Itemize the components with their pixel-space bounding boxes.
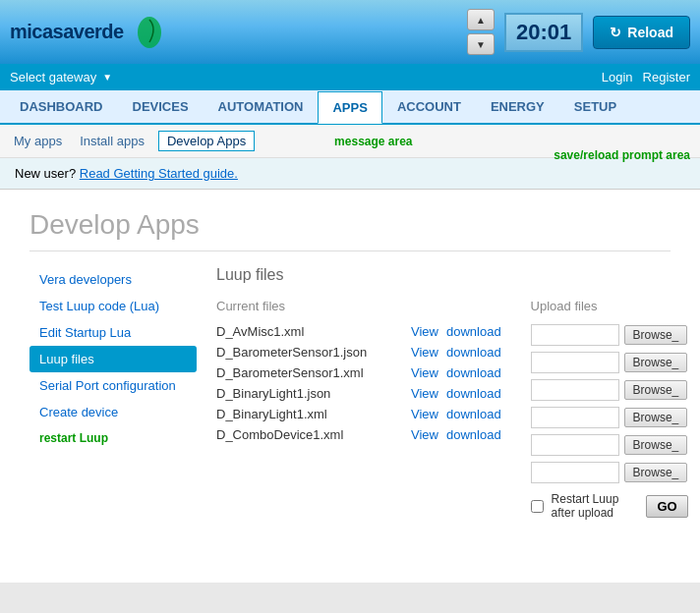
subnav-install-apps[interactable]: Install apps xyxy=(76,132,148,150)
main-content: Develop Apps Vera developers Test Luup c… xyxy=(0,190,700,583)
sub-nav: My apps Install apps Develop Apps messag… xyxy=(0,125,700,158)
sidebar-vera-developers[interactable]: Vera developers xyxy=(29,266,197,293)
nav-setup[interactable]: SETUP xyxy=(559,90,631,123)
info-bar: New user? Read Getting Started guide. xyxy=(0,158,700,190)
upload-row-4: Browse_ xyxy=(531,431,688,459)
logo-area: micasaverde xyxy=(10,15,167,50)
save-reload-area-label: save/reload prompt area xyxy=(554,148,690,162)
upload-input-4[interactable] xyxy=(531,434,619,456)
header: micasaverde ▲ ▼ 20:01 ↻ Reload xyxy=(0,0,700,64)
message-area-label: message area xyxy=(334,135,412,148)
browse-button-4[interactable]: Browse_ xyxy=(624,435,688,455)
browse-button-5[interactable]: Browse_ xyxy=(624,463,688,482)
browse-button-0[interactable]: Browse_ xyxy=(624,325,688,345)
subnav-develop-apps[interactable]: Develop Apps xyxy=(158,131,255,151)
table-row: D_BarometerSensor1.json View download xyxy=(216,342,501,362)
nav-devices[interactable]: DEVICES xyxy=(118,90,204,123)
subnav-my-apps[interactable]: My apps xyxy=(10,132,66,150)
dev-sidebar: Vera developers Test Luup code (Lua) Edi… xyxy=(29,266,197,520)
file-name: D_BarometerSensor1.json xyxy=(216,345,403,360)
gateway-select[interactable]: Select gateway ▼ xyxy=(10,70,112,84)
develop-layout: Vera developers Test Luup code (Lua) Edi… xyxy=(29,266,671,520)
dropdown-arrow-icon: ▼ xyxy=(102,72,112,83)
reload-label: Reload xyxy=(627,25,673,40)
view-link-5[interactable]: View xyxy=(411,427,438,442)
nav-bar: DASHBOARD DEVICES AUTOMATION APPS ACCOUN… xyxy=(0,90,700,125)
upload-input-0[interactable] xyxy=(531,324,619,346)
page-title: Develop Apps xyxy=(29,209,671,251)
view-link-4[interactable]: View xyxy=(411,407,438,421)
new-user-text: New user? xyxy=(15,166,76,181)
download-link-2[interactable]: download xyxy=(446,365,501,380)
logo-text: micasaverde xyxy=(10,21,124,43)
scroll-buttons: ▲ ▼ xyxy=(467,9,495,55)
current-files: Current files D_AvMisc1.xml View downloa… xyxy=(216,299,501,520)
view-link-2[interactable]: View xyxy=(411,365,438,380)
download-link-3[interactable]: download xyxy=(446,386,501,401)
register-link[interactable]: Register xyxy=(643,70,690,84)
sidebar-create-device[interactable]: Create device xyxy=(29,399,197,425)
getting-started-link[interactable]: Read Getting Started guide. xyxy=(80,166,238,181)
upload-files: Upload files Browse_ Browse_ Browse_ xyxy=(531,299,688,520)
browse-button-1[interactable]: Browse_ xyxy=(624,353,688,372)
table-row: D_BinaryLight1.json View download xyxy=(216,383,501,404)
file-name: D_AvMisc1.xml xyxy=(216,324,403,339)
download-link-5[interactable]: download xyxy=(446,427,501,442)
view-link-1[interactable]: View xyxy=(411,345,438,360)
upload-input-2[interactable] xyxy=(531,379,619,401)
upload-row-2: Browse_ xyxy=(531,376,688,404)
header-right: ▲ ▼ 20:01 ↻ Reload xyxy=(467,9,690,55)
nav-account[interactable]: ACCOUNT xyxy=(382,90,476,123)
table-row: D_BarometerSensor1.xml View download xyxy=(216,362,501,383)
view-link-3[interactable]: View xyxy=(411,386,438,401)
gateway-links: Login Register xyxy=(602,70,690,84)
restart-luup-after-upload-label: Restart Luup after upload xyxy=(552,492,639,520)
upload-input-3[interactable] xyxy=(531,407,619,428)
svg-point-0 xyxy=(138,17,161,48)
login-link[interactable]: Login xyxy=(602,70,633,84)
table-row: D_BinaryLight1.xml View download xyxy=(216,404,501,424)
upload-footer: Restart Luup after upload GO xyxy=(531,492,688,520)
browse-button-2[interactable]: Browse_ xyxy=(624,380,688,400)
upload-row-1: Browse_ xyxy=(531,349,688,376)
table-row: D_AvMisc1.xml View download xyxy=(216,321,501,342)
upload-row-3: Browse_ xyxy=(531,404,688,431)
sidebar-test-luup[interactable]: Test Luup code (Lua) xyxy=(29,293,197,319)
sidebar-serial-port[interactable]: Serial Port configuration xyxy=(29,372,197,399)
sidebar-edit-startup[interactable]: Edit Startup Lua xyxy=(29,319,197,346)
clock-display: 20:01 xyxy=(504,13,583,52)
sidebar-luup-files[interactable]: Luup files xyxy=(29,346,197,372)
reload-button[interactable]: ↻ Reload xyxy=(593,16,690,49)
file-name: D_BinaryLight1.xml xyxy=(216,407,403,421)
dev-content: Luup files Current files D_AvMisc1.xml V… xyxy=(216,266,688,520)
upload-files-header: Upload files xyxy=(531,299,688,313)
view-link-0[interactable]: View xyxy=(411,324,438,339)
file-name: D_BinaryLight1.json xyxy=(216,386,403,401)
reload-icon: ↻ xyxy=(610,25,621,40)
gateway-bar: Select gateway ▼ Login Register xyxy=(0,64,700,90)
download-link-4[interactable]: download xyxy=(446,407,501,421)
upload-input-1[interactable] xyxy=(531,352,619,373)
current-files-header: Current files xyxy=(216,299,501,313)
scroll-up-button[interactable]: ▲ xyxy=(467,9,495,30)
nav-automation[interactable]: AUTOMATION xyxy=(204,90,319,123)
scroll-down-button[interactable]: ▼ xyxy=(467,33,495,55)
file-name: D_ComboDevice1.xml xyxy=(216,427,403,442)
gateway-label: Select gateway xyxy=(10,70,96,84)
nav-apps[interactable]: APPS xyxy=(318,91,381,124)
go-button[interactable]: GO xyxy=(646,495,687,518)
file-name: D_BarometerSensor1.xml xyxy=(216,365,403,380)
files-section: Current files D_AvMisc1.xml View downloa… xyxy=(216,299,688,520)
nav-energy[interactable]: ENERGY xyxy=(476,90,559,123)
table-row: D_ComboDevice1.xml View download xyxy=(216,424,501,445)
download-link-1[interactable]: download xyxy=(446,345,501,360)
upload-row-5: Browse_ xyxy=(531,459,688,486)
restart-luup-checkbox[interactable] xyxy=(531,500,544,513)
leaf-icon xyxy=(132,15,167,50)
upload-input-5[interactable] xyxy=(531,462,619,483)
browse-button-3[interactable]: Browse_ xyxy=(624,408,688,427)
nav-dashboard[interactable]: DASHBOARD xyxy=(5,90,118,123)
restart-luup-label: restart Luup xyxy=(29,425,197,451)
download-link-0[interactable]: download xyxy=(446,324,501,339)
upload-row-0: Browse_ xyxy=(531,321,688,349)
